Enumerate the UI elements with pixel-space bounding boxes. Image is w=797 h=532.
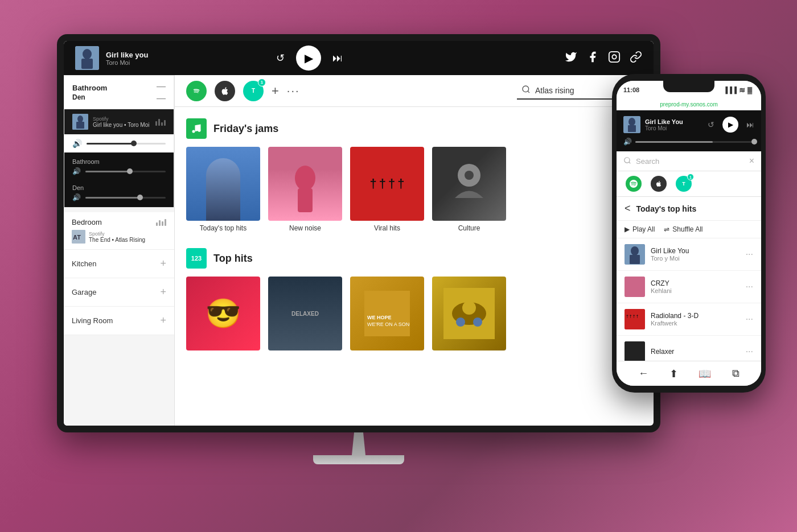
- room-collapse-btn[interactable]: — —: [157, 81, 166, 104]
- crzy-info: CRZY Kehlani: [651, 279, 740, 294]
- crzy-thumb: [625, 277, 645, 297]
- phone-url-text: preprod-my.sonos.com: [660, 101, 718, 108]
- room-group-bathroom-den: Bathroom Den — —: [64, 75, 174, 208]
- room-group-names: Bathroom Den: [72, 84, 107, 101]
- now-playing-info: Girl like you Toro Moi: [106, 51, 148, 66]
- section-top-hits: 123 Top hits 😎: [186, 248, 642, 354]
- sidebar: Bathroom Den — —: [64, 75, 175, 426]
- room-livingroom[interactable]: Living Room +: [64, 307, 174, 335]
- svg-text:AT: AT: [73, 234, 81, 241]
- den-vol-slider[interactable]: [85, 197, 166, 199]
- svg-rect-35: [625, 277, 645, 297]
- volume-slider[interactable]: [87, 143, 166, 145]
- radioland-artist: Kraftwerk: [651, 320, 740, 327]
- tunein-btn[interactable]: T 1: [243, 81, 264, 101]
- top-hits-card-4[interactable]: [432, 277, 506, 354]
- bathroom-vol-icon: 🔊: [72, 167, 81, 175]
- next-button[interactable]: ⏭: [332, 52, 343, 64]
- top-hits-grid: 😎 DELAXED: [186, 277, 642, 354]
- phone-search-clear-btn[interactable]: ×: [749, 156, 754, 166]
- svg-point-13: [192, 130, 195, 133]
- top-hits-card-3[interactable]: WE HOPE WE'RE ON A SONG: [350, 277, 424, 354]
- apple-btn[interactable]: [215, 81, 235, 101]
- phone-wrapper: 11:08 ▐▐▐ ≋ ▓ preprod-my.sonos.com: [612, 74, 766, 393]
- phone-status-right: ▐▐▐ ≋ ▓: [724, 86, 752, 94]
- phone-player: Girl Like You Toro Moi ↺ ▶ ⏭ 🔊: [617, 110, 761, 151]
- phone-shuffle-btn[interactable]: ⇌ Shuffle All: [664, 225, 702, 233]
- phone-play-all-btn[interactable]: ▶ Play All: [625, 225, 655, 233]
- twitter-icon[interactable]: [565, 51, 577, 66]
- crzy-more-btn[interactable]: ···: [746, 282, 753, 292]
- group-volume-control: 🔊: [64, 134, 174, 152]
- room-playing-source: Spotify: [93, 116, 151, 122]
- phone-back-btn[interactable]: <: [625, 203, 631, 215]
- phone-track-girl-like-you[interactable]: Girl Like You Toro y Moi ···: [617, 238, 761, 271]
- playlist-new-noise[interactable]: New noise: [268, 147, 342, 232]
- svg-point-24: [462, 301, 476, 315]
- more-btn[interactable]: ···: [287, 84, 300, 97]
- content-area: T 1 + ··· ×: [175, 75, 654, 426]
- girl-like-you-more-btn[interactable]: ···: [746, 249, 753, 259]
- phone-track-radioland[interactable]: † † † † Radioland - 3-D Kraftwerk ···: [617, 303, 761, 336]
- bathroom-vol-slider[interactable]: [85, 171, 166, 172]
- facebook-icon[interactable]: [586, 51, 599, 66]
- phone-player-thumb: [623, 116, 640, 133]
- garage-add-btn[interactable]: +: [160, 286, 166, 298]
- playlist-todays-top-hits[interactable]: Today's top hits: [186, 147, 260, 232]
- playing-bars: [155, 118, 166, 126]
- phone-play-btn[interactable]: ▶: [722, 117, 738, 133]
- livingroom-name: Living Room: [72, 316, 113, 325]
- phone-bookmark-icon[interactable]: 📖: [699, 368, 711, 380]
- newnoise-title: New noise: [268, 224, 342, 232]
- playlist-viral-hits[interactable]: † † † † Viral hits: [350, 147, 424, 232]
- add-service-btn[interactable]: +: [272, 84, 279, 98]
- phone-bezel: 11:08 ▐▐▐ ≋ ▓ preprod-my.sonos.com: [612, 74, 766, 393]
- phone-share-icon[interactable]: ⬆: [669, 368, 678, 380]
- room-kitchen[interactable]: Kitchen +: [64, 250, 174, 278]
- instagram-icon[interactable]: [608, 51, 621, 66]
- kitchen-add-btn[interactable]: +: [160, 258, 166, 270]
- phone-track-crzy[interactable]: CRZY Kehlani ···: [617, 271, 761, 303]
- bedroom-track-info: Spotify The End • Atlas Rising: [89, 231, 145, 243]
- stand-neck: [347, 432, 370, 455]
- link-icon[interactable]: [630, 51, 642, 66]
- phone-track-relaxer[interactable]: Relaxer ···: [617, 336, 761, 361]
- svg-rect-34: [630, 255, 640, 264]
- content-scroll[interactable]: Friday's jams Today's top hits: [175, 107, 654, 426]
- room-bedroom[interactable]: Bedroom AT Spotify: [64, 212, 174, 250]
- phone-next-btn[interactable]: ⏭: [746, 120, 754, 129]
- sub-room-bathroom-name: Bathroom: [72, 158, 166, 165]
- phone-bottom-bar: ← ⬆ 📖 ⧉: [617, 361, 761, 386]
- monitor-bezel: Girl like you Toro Moi ↺ ▶ ⏭: [57, 34, 660, 432]
- phone-playlist-title: Today's top hits: [636, 204, 697, 213]
- play-button[interactable]: ▶: [296, 46, 321, 71]
- top-hits-card-2[interactable]: DELAXED: [268, 277, 342, 354]
- phone-search-placeholder: Search: [636, 157, 745, 166]
- phone-replay-btn[interactable]: ↺: [708, 120, 714, 129]
- svg-rect-2: [81, 59, 93, 69]
- phone-tunein-badge: 1: [687, 174, 694, 180]
- stand-base: [313, 455, 404, 464]
- bedroom-info: Bedroom AT Spotify: [72, 218, 145, 244]
- room-garage[interactable]: Garage +: [64, 278, 174, 307]
- phone-tabs-icon[interactable]: ⧉: [732, 368, 740, 380]
- replay-button[interactable]: ↺: [276, 52, 285, 64]
- phone-tunein-btn[interactable]: T 1: [676, 176, 692, 192]
- fridays-icon: [186, 118, 207, 139]
- livingroom-add-btn[interactable]: +: [160, 315, 166, 327]
- top3-art: WE HOPE WE'RE ON A SONG: [350, 277, 424, 350]
- spotify-btn[interactable]: [186, 81, 207, 101]
- radioland-info: Radioland - 3-D Kraftwerk: [651, 312, 740, 327]
- radioland-more-btn[interactable]: ···: [746, 314, 753, 324]
- phone-apple-btn[interactable]: [651, 176, 667, 192]
- now-playing-thumbnail: [75, 46, 99, 70]
- playlist-culture[interactable]: Culture: [432, 147, 506, 232]
- phone-back-nav-icon[interactable]: ←: [638, 368, 648, 380]
- garage-name: Garage: [72, 288, 96, 296]
- phone-vol-slider[interactable]: [635, 141, 754, 143]
- relaxer-more-btn[interactable]: ···: [746, 347, 753, 357]
- top-hits-card-1[interactable]: 😎: [186, 277, 260, 354]
- phone-spotify-btn[interactable]: [626, 176, 642, 192]
- phone-playlist-controls: ▶ Play All ⇌ Shuffle All: [617, 221, 761, 238]
- todays-art: [186, 147, 260, 221]
